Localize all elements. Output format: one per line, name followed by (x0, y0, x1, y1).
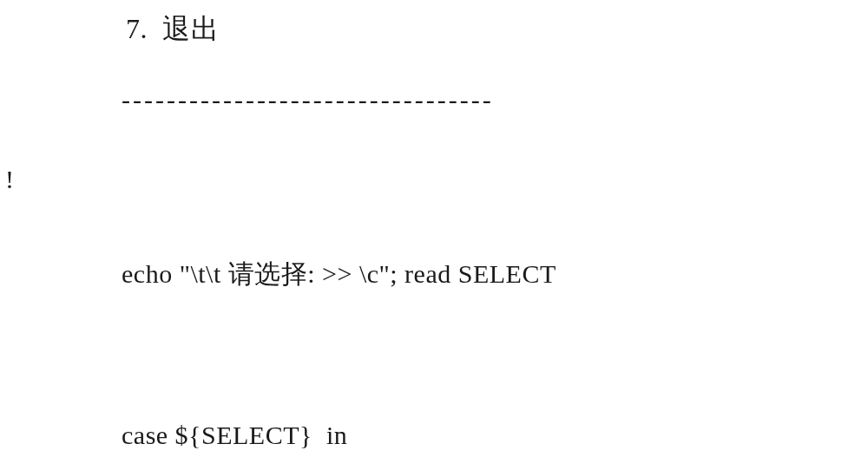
divider-line: --------------------------------- (122, 85, 494, 114)
menu-item-exit: 7. 退出 (126, 10, 219, 49)
echo-read-line: echo "\t\t 请选择: >> \c"; read SELECT (122, 257, 556, 292)
heredoc-end: ! (5, 165, 15, 194)
code-snippet: 7. 退出 --------------------------------- … (0, 0, 868, 470)
case-line: case ${SELECT} in (122, 421, 347, 450)
